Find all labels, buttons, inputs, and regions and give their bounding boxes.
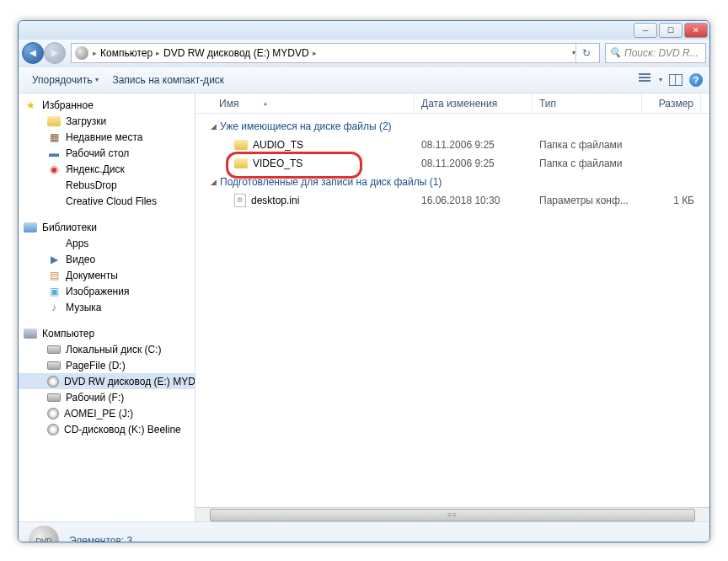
star-icon: ★ (24, 99, 37, 112)
help-button[interactable]: ? (689, 73, 703, 87)
column-headers: Имя▴ Дата изменения Тип Размер (195, 94, 709, 114)
sort-asc-icon: ▴ (264, 99, 267, 107)
back-button[interactable]: ◄ (22, 42, 44, 64)
tree-item[interactable]: Рабочий (F:) (19, 389, 195, 405)
file-list[interactable]: ◢ Уже имеющиеся на диске файлы (2) AUDIO… (195, 114, 709, 507)
ini-file-icon (234, 194, 246, 207)
folder-icon (47, 237, 61, 250)
tree-item[interactable]: Загрузки (19, 113, 195, 129)
status-bar: DVD Элементов: 3 (19, 521, 709, 542)
recent-icon: ▦ (47, 131, 61, 144)
toolbar: Упорядочить ▾ Запись на компакт-диск ▾ ? (19, 67, 709, 94)
preview-pane-button[interactable] (669, 74, 682, 86)
folder-icon (47, 179, 61, 192)
organize-label: Упорядочить (32, 74, 92, 86)
col-name[interactable]: Имя▴ (195, 94, 415, 113)
chevron-down-icon: ▾ (95, 76, 99, 83)
view-menu-button[interactable] (639, 73, 652, 87)
tree-item[interactable]: Creative Cloud Files (19, 193, 195, 209)
chevron-down-icon[interactable]: ▾ (659, 76, 662, 83)
explorer-window: ─ ☐ ✕ ◄ ► ▸ Компьютер ▸ DVD RW дисковод … (18, 20, 710, 542)
tree-item-selected[interactable]: DVD RW дисковод (E:) MYD (19, 373, 195, 389)
music-icon: ♪ (47, 301, 61, 314)
chevron-right-icon: ▸ (312, 49, 318, 57)
col-type[interactable]: Тип (533, 94, 642, 113)
tree-item[interactable]: ▬Рабочий стол (19, 145, 195, 161)
dvd-icon: DVD (29, 526, 59, 543)
maximize-button[interactable]: ☐ (659, 23, 682, 38)
disc-icon (75, 46, 88, 60)
tree-item[interactable]: ▦Недавние места (19, 129, 195, 145)
drive-icon (47, 345, 61, 354)
file-row[interactable]: AUDIO_TS 08.11.2006 9:25 Папка с файлами (195, 136, 709, 154)
drive-icon (47, 361, 61, 370)
organize-button[interactable]: Упорядочить ▾ (25, 71, 105, 89)
folder-icon (234, 158, 248, 168)
folder-icon (234, 140, 248, 150)
chevron-right-icon: ▸ (155, 49, 161, 57)
breadcrumb-item[interactable]: Компьютер (98, 47, 155, 59)
computer-icon (24, 329, 37, 339)
col-size[interactable]: Размер (642, 94, 701, 113)
burn-label: Запись на компакт-диск (112, 74, 224, 86)
disc-icon (47, 376, 59, 387)
tree-item[interactable]: ▣Изображения (19, 283, 195, 299)
file-row-highlighted[interactable]: VIDEO_TS 08.11.2006 9:25 Папка с файлами (195, 154, 709, 173)
col-date[interactable]: Дата изменения (415, 94, 533, 113)
drive-icon (47, 393, 61, 402)
close-button[interactable]: ✕ (684, 23, 708, 38)
tree-item[interactable]: AOMEI_PE (J:) (19, 405, 195, 421)
group-header[interactable]: ◢ Уже имеющиеся на диске файлы (2) (195, 117, 709, 136)
refresh-button[interactable]: ↻ (575, 44, 596, 62)
tree-libraries[interactable]: Библиотеки (19, 219, 195, 235)
tree-item[interactable]: Apps (19, 235, 195, 251)
tree-item[interactable]: CD-дисковод (K:) Beeline (19, 421, 195, 437)
search-input[interactable]: 🔍 Поиск: DVD R... (605, 43, 706, 63)
collapse-icon: ◢ (211, 122, 217, 131)
breadcrumb-item[interactable]: DVD RW дисковод (E:) MYDVD (161, 47, 312, 59)
tree-item[interactable]: ▶Видео (19, 251, 195, 267)
tree-item[interactable]: RebusDrop (19, 177, 195, 193)
tree-item[interactable]: ♪Музыка (19, 299, 195, 315)
video-icon: ▶ (47, 253, 61, 266)
folder-icon (47, 116, 61, 126)
library-icon (24, 222, 37, 232)
tree-computer[interactable]: Компьютер (19, 325, 195, 341)
tree-item[interactable]: Локальный диск (C:) (19, 341, 195, 357)
tree-item[interactable]: ▤Документы (19, 267, 195, 283)
status-count: Элементов: 3 (69, 535, 132, 543)
tree-favorites[interactable]: ★Избранное (19, 97, 195, 113)
address-bar[interactable]: ▸ Компьютер ▸ DVD RW дисковод (E:) MYDVD… (71, 43, 600, 63)
yandex-icon: ◉ (47, 163, 61, 176)
documents-icon: ▤ (47, 269, 61, 282)
scrollbar-thumb[interactable]: ≡≡ (210, 509, 695, 521)
main-area: ★Избранное Загрузки ▦Недавние места ▬Раб… (19, 94, 709, 521)
group-header[interactable]: ◢ Подготовленные для записи на диск файл… (195, 173, 709, 191)
minimize-button[interactable]: ─ (634, 23, 657, 38)
search-placeholder: Поиск: DVD R... (624, 47, 699, 59)
nav-tree[interactable]: ★Избранное Загрузки ▦Недавние места ▬Раб… (19, 94, 195, 521)
collapse-icon: ◢ (211, 178, 217, 186)
pictures-icon: ▣ (47, 285, 61, 298)
tree-item[interactable]: ◉Яндекс.Диск (19, 161, 195, 177)
titlebar[interactable]: ─ ☐ ✕ (19, 21, 709, 40)
search-icon: 🔍 (609, 47, 621, 58)
navbar: ◄ ► ▸ Компьютер ▸ DVD RW дисковод (E:) M… (19, 40, 709, 67)
disc-icon (47, 408, 59, 419)
forward-button[interactable]: ► (44, 42, 66, 64)
file-row[interactable]: desktop.ini 16.06.2018 10:30 Параметры к… (195, 191, 709, 210)
burn-button[interactable]: Запись на компакт-диск (105, 71, 231, 89)
chevron-right-icon: ▸ (92, 49, 98, 57)
file-pane: Имя▴ Дата изменения Тип Размер ◢ Уже име… (195, 94, 709, 521)
folder-icon (47, 195, 61, 208)
tree-item[interactable]: PageFile (D:) (19, 357, 195, 373)
disc-icon (47, 424, 59, 435)
desktop-icon: ▬ (47, 147, 61, 160)
horizontal-scrollbar[interactable]: ≡≡ (195, 507, 709, 521)
